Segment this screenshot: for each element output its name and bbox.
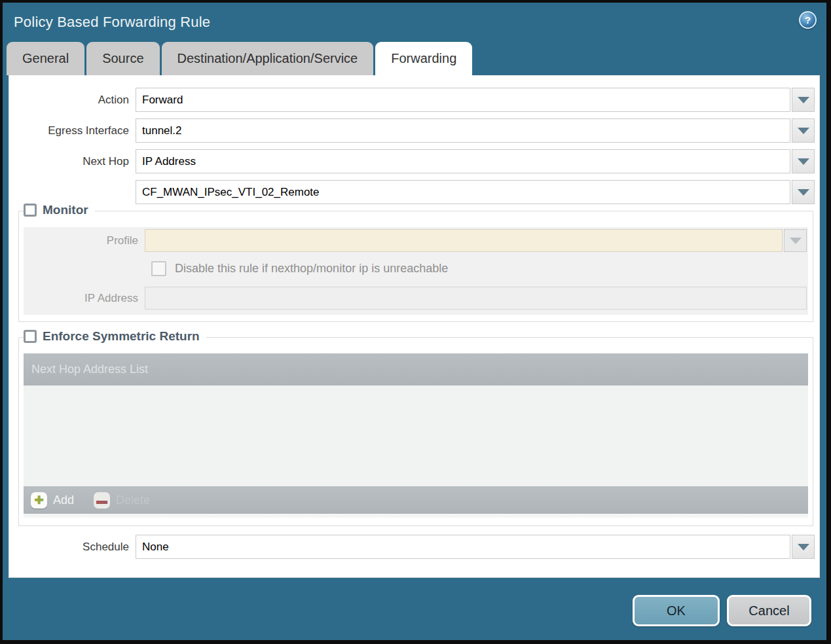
schedule-combobox[interactable] [136, 535, 790, 559]
chevron-down-icon [798, 544, 809, 550]
tab-destination-application-service[interactable]: Destination/Application/Service [162, 42, 374, 75]
ok-button[interactable]: OK [633, 595, 720, 626]
profile-combobox [145, 229, 783, 252]
next-hop-type-dropdown-button[interactable] [792, 149, 815, 173]
cancel-button[interactable]: Cancel [727, 595, 811, 626]
help-icon[interactable]: ? [799, 11, 817, 29]
monitor-checkbox[interactable] [24, 204, 37, 217]
delete-button-label: Delete [116, 493, 150, 507]
egress-interface-dropdown-button[interactable] [792, 118, 815, 143]
monitor-legend: Monitor [24, 203, 95, 217]
action-row: Action [9, 88, 819, 112]
chevron-down-icon [798, 97, 809, 103]
next-hop-address-dropdown-button[interactable] [792, 180, 815, 204]
action-dropdown-button[interactable] [792, 88, 815, 112]
monitor-body: Profile Disable this rule if nexthop/mon… [24, 227, 808, 315]
next-hop-address-row [9, 180, 819, 204]
monitor-ip-address-row: IP Address [24, 287, 808, 310]
disable-rule-label: Disable this rule if nexthop/monitor ip … [175, 262, 448, 276]
help-glyph: ? [805, 14, 811, 26]
chevron-down-icon [798, 189, 809, 196]
schedule-label: Schedule [9, 541, 136, 554]
dialog-footer: OK Cancel [3, 578, 826, 640]
tab-bar: General Source Destination/Application/S… [3, 42, 826, 75]
chevron-down-icon [790, 238, 802, 244]
table-toolbar: ✚ Add ▬ Delete [24, 486, 808, 514]
monitor-ip-address-label: IP Address [24, 292, 145, 305]
page-title: Policy Based Forwarding Rule [14, 14, 210, 31]
next-hop-row: Next Hop [9, 149, 819, 173]
profile-dropdown-button [784, 229, 807, 252]
add-button[interactable]: ✚ Add [31, 492, 74, 509]
enforce-symmetric-return-legend: Enforce Symmetric Return [24, 329, 206, 344]
next-hop-address-list-table: Next Hop Address List ✚ Add ▬ Delete [24, 353, 808, 518]
tab-source[interactable]: Source [86, 42, 159, 75]
title-bar: Policy Based Forwarding Rule [3, 3, 826, 42]
monitor-legend-label: Monitor [43, 203, 88, 217]
delete-button: ▬ Delete [94, 492, 150, 509]
monitor-fieldset: Monitor Profile Disable this rule if nex… [18, 211, 813, 322]
chevron-down-icon [798, 128, 809, 134]
enforce-symmetric-return-fieldset: Enforce Symmetric Return Next Hop Addres… [18, 337, 813, 526]
schedule-dropdown-button[interactable] [792, 535, 815, 559]
add-icon: ✚ [31, 492, 47, 509]
action-label: Action [9, 94, 136, 107]
next-hop-address-list-column-header: Next Hop Address List [31, 363, 148, 376]
disable-rule-checkbox [151, 261, 166, 276]
profile-row: Profile [24, 229, 808, 252]
chevron-down-icon [798, 158, 809, 165]
add-button-label: Add [53, 493, 74, 507]
egress-interface-label: Egress Interface [9, 124, 136, 137]
dialog-frame: Policy Based Forwarding Rule ? General S… [0, 0, 831, 644]
egress-interface-row: Egress Interface [9, 118, 819, 143]
tab-general[interactable]: General [7, 42, 84, 75]
egress-interface-combobox[interactable] [136, 118, 790, 143]
next-hop-address-combobox[interactable] [136, 180, 790, 204]
delete-icon: ▬ [94, 492, 110, 509]
disable-rule-row: Disable this rule if nexthop/monitor ip … [151, 261, 808, 276]
enforce-symmetric-return-checkbox[interactable] [24, 330, 37, 343]
profile-label: Profile [24, 234, 145, 247]
table-header-row: Next Hop Address List [24, 353, 808, 385]
forwarding-tab-panel: Action Egress Interface Next Hop [9, 75, 820, 578]
action-combobox[interactable] [136, 88, 790, 112]
enforce-symmetric-return-legend-label: Enforce Symmetric Return [43, 329, 200, 344]
schedule-row: Schedule [9, 535, 819, 559]
table-body-empty[interactable] [24, 385, 808, 486]
tab-forwarding[interactable]: Forwarding [375, 42, 472, 75]
monitor-ip-address-input [145, 287, 807, 310]
next-hop-label: Next Hop [9, 155, 136, 168]
next-hop-type-combobox[interactable] [136, 149, 790, 173]
